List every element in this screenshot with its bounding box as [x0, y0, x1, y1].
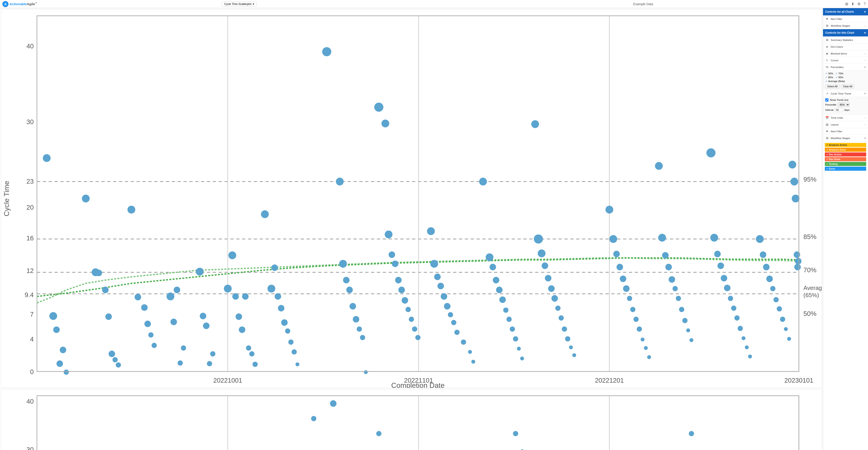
dot: [272, 264, 278, 271]
dot: [676, 296, 681, 301]
dot: [792, 195, 800, 203]
item-filter-top[interactable]: ▼ Item Filter: [823, 16, 868, 22]
dot: [392, 261, 399, 267]
logo: A ActionableAgile™: [2, 1, 37, 7]
item-filter-bottom[interactable]: ▼ Item Filter: [823, 128, 868, 135]
dot: [127, 206, 135, 214]
dot: [108, 351, 115, 357]
bottom-dot: [311, 416, 316, 421]
settings-icon[interactable]: ⚙: [857, 2, 861, 6]
grid-icon[interactable]: ⊞: [845, 2, 848, 6]
avg-check[interactable]: ✓ Average (Beta): [825, 80, 845, 83]
dot: [790, 178, 798, 186]
dot: [135, 294, 141, 300]
dot: [538, 249, 546, 257]
workflow-stages-bottom-label: Workflow Stages: [831, 137, 863, 140]
wf-dev-active-color: ✓ Dev Active: [825, 152, 866, 156]
dot: [748, 355, 752, 358]
blocked-items[interactable]: ◈ Blocked Items ›: [823, 50, 868, 57]
dot-colors[interactable]: ● Dot Colors: [823, 43, 868, 50]
dot: [620, 276, 626, 282]
wf-analysis-active[interactable]: ✓ Analysis Active: [825, 143, 866, 147]
p70-check[interactable]: ✓ 70%: [835, 72, 843, 75]
interval-row: Interval days: [825, 108, 866, 112]
controls-all-charts-header[interactable]: Controls for all Charts ▾: [823, 8, 868, 16]
svg-text:40: 40: [26, 42, 34, 50]
dot: [339, 260, 347, 268]
dot: [630, 307, 636, 312]
svg-text:30: 30: [26, 118, 34, 125]
wf-analysis-done[interactable]: ✓ Analysis Done: [825, 148, 866, 152]
layout-label: Layout: [831, 123, 863, 126]
dot: [381, 120, 389, 127]
table-icon: ⊞: [825, 24, 829, 27]
bottom-dot: [513, 431, 518, 436]
layout[interactable]: ▤ Layout ›: [823, 121, 868, 128]
percentiles-header[interactable]: % Percentiles ▾: [823, 64, 868, 70]
dot: [178, 360, 183, 366]
dot: [559, 316, 564, 321]
select-all-button[interactable]: Select All: [825, 84, 839, 89]
dot: [534, 235, 543, 244]
cursor[interactable]: ↖ Cursor ›: [823, 57, 868, 64]
dot: [441, 293, 447, 300]
cycle-time-trend[interactable]: ↗ Cycle Time Trend ▾: [823, 90, 868, 97]
percentile-select[interactable]: 85% 50% 70% 95%: [838, 102, 850, 107]
p85-check[interactable]: ✓ 85%: [825, 76, 833, 79]
dot: [402, 297, 408, 304]
dot: [724, 285, 731, 291]
show-trend-checkbox[interactable]: [825, 98, 829, 101]
svg-text:20221001: 20221001: [213, 377, 242, 384]
dot: [780, 317, 785, 322]
svg-text:12: 12: [26, 267, 34, 274]
item-filter-label: Item Filter: [831, 18, 866, 20]
dot: [531, 120, 539, 128]
dot: [430, 260, 438, 268]
interval-input[interactable]: [835, 108, 843, 112]
dot: [261, 210, 269, 218]
dot: [236, 313, 242, 320]
p50-check[interactable]: ✓ 50%: [825, 72, 833, 75]
svg-text:16: 16: [26, 235, 34, 242]
svg-text:95%: 95%: [803, 176, 816, 183]
dot: [49, 312, 57, 320]
wf-dev-active[interactable]: ✓ Dev Active: [825, 152, 866, 156]
chevron-right-icon: ›: [865, 123, 866, 126]
workflow-stages-top[interactable]: ⊞ Workflow Stages ›: [823, 22, 868, 29]
dot: [285, 328, 290, 334]
dot: [385, 231, 393, 238]
dot: [444, 303, 451, 309]
workflow-legend: ✓ Analysis Active ✓ Analysis Done ✓ Dev …: [823, 142, 868, 173]
dot: [242, 293, 249, 300]
workflow-stages-bottom[interactable]: ⊞ Workflow Stages ▾: [823, 135, 868, 142]
wf-dev-done[interactable]: ✓ Dev Done: [825, 157, 866, 161]
clear-all-button[interactable]: Clear All: [841, 84, 854, 89]
bottom-chart-bg: [37, 396, 799, 450]
controls-this-chart-header[interactable]: Controls for this Chart ▾: [823, 29, 868, 37]
dot: [493, 277, 499, 283]
dot: [228, 251, 236, 259]
download-icon[interactable]: ⬇: [851, 2, 854, 6]
dot: [510, 327, 515, 332]
wf-done[interactable]: ✓ Done: [825, 167, 866, 171]
summary-statistics[interactable]: ⊞ Summary Statistics: [823, 37, 868, 43]
p95-check[interactable]: ✓ 95%: [835, 76, 843, 79]
chart-type-selector[interactable]: Cycle Time Scatterplot ▾: [222, 2, 256, 6]
dot: [364, 370, 368, 374]
help-icon[interactable]: ?: [864, 2, 866, 6]
dot: [148, 332, 153, 338]
show-trend-row: Show Trend Line: [825, 98, 866, 101]
app-header: A ActionableAgile™ Cycle Time Scatterplo…: [0, 0, 868, 8]
chevron-right-icon: ›: [865, 52, 866, 55]
time-units[interactable]: 📅 Time Units ›: [823, 114, 868, 121]
dot: [389, 251, 395, 258]
dot: [760, 251, 766, 258]
dot: [291, 349, 297, 355]
dot: [454, 330, 460, 335]
wf-testing[interactable]: ✓ Testing: [825, 162, 866, 166]
dot: [166, 293, 175, 301]
dot: [777, 306, 782, 311]
svg-text:Completion Date: Completion Date: [391, 381, 445, 388]
bottom-dot: [689, 431, 694, 436]
svg-text:0: 0: [30, 368, 34, 376]
